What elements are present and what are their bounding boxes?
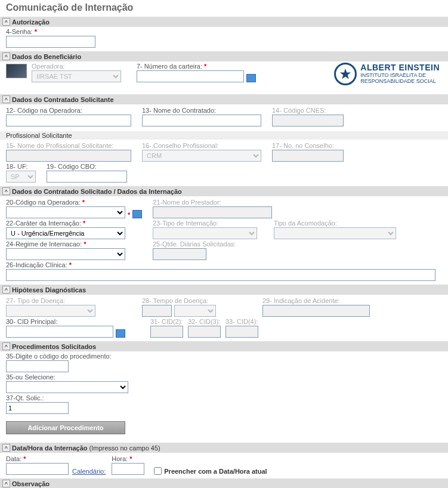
cnes-input (272, 115, 344, 126)
lookup-icon[interactable] (132, 210, 142, 218)
carater-select[interactable]: U - Urgência/Emergência (6, 227, 125, 239)
nome-cont-input[interactable] (142, 115, 261, 126)
preencher-checkbox[interactable] (154, 467, 162, 475)
section-hipoteses-header: ^ Hipóteses Diagnósticas (0, 285, 448, 295)
logo: ALBERT EINSTEIN INSTITUTO ISRAELITA DE R… (334, 63, 440, 85)
section-solicitante-header: ^ Dados do Contratado Solicitante (0, 94, 448, 104)
section-procedimentos-header: ^ Procedimentos Solicitados (0, 341, 448, 351)
codigo-op-input[interactable] (6, 115, 131, 126)
hora-label: Hora: * (112, 455, 144, 462)
collapse-icon[interactable]: ^ (2, 444, 10, 452)
cid4-label: 33- CID(4): (225, 318, 258, 325)
section-title: Autorização (12, 18, 50, 26)
uf-select: SP (6, 171, 36, 183)
conselho-select: CRM (142, 150, 261, 162)
tipo-doenca-label: 27- Tipo de Doença: (6, 297, 95, 304)
tipo-int-label: 23-Tipo de Internação: (153, 220, 257, 227)
digite-label: 35-Digite o código do procedimento: (6, 353, 442, 360)
diarias-label: 25-Qtde. Diárias Solicitadas: (153, 240, 236, 248)
qt-input[interactable] (6, 402, 69, 414)
collapse-icon[interactable]: ^ (2, 18, 10, 26)
tipo-acom-label: Tipo da Acomodação: (274, 220, 396, 227)
no-conselho-label: 17- No. no Conselho: (272, 142, 344, 149)
indic-acidente-input (262, 305, 370, 317)
section-title: Dados do Contratado Solicitado / Dados d… (12, 188, 182, 195)
cbo-input[interactable] (47, 171, 127, 183)
selecione-select[interactable] (6, 381, 128, 393)
tempo-doenca-label: 28- Tempo de Doença: (142, 297, 216, 304)
data-input[interactable] (6, 463, 69, 475)
lookup-icon[interactable] (116, 329, 125, 338)
carater-label: 22-Caráter da Internação: * (6, 220, 125, 227)
tipo-doenca-select (6, 305, 95, 317)
add-procedimento-button[interactable]: Adicionar Procedimento (6, 421, 125, 434)
carteira-input[interactable] (137, 70, 244, 82)
indicacao-input[interactable] (6, 269, 435, 281)
indicacao-label: 26-Indicação Clínica: * (6, 261, 442, 268)
qt-label: 37-Qt. Solic.: (6, 394, 442, 401)
senha-input[interactable] (6, 36, 95, 48)
logo-line3: RESPONSABILIDADE SOCIAL (360, 79, 440, 85)
collapse-icon[interactable]: ^ (2, 52, 10, 60)
section-title: Dados do Beneficiário (12, 53, 81, 60)
int-codigo-select[interactable] (6, 206, 125, 218)
nome-cont-label: 13- Nome do Contratado: (142, 107, 261, 114)
indic-acidente-label: 29- Indicação de Acidente: (262, 297, 370, 304)
section-title: Hipóteses Diagnósticas (12, 286, 86, 294)
lookup-icon[interactable] (246, 74, 256, 82)
section-internacao-header: ^ Dados do Contratado Solicitado / Dados… (0, 186, 448, 196)
preencher-label: Preencher com a Data/Hora atual (164, 468, 267, 475)
operadora-select: IIRSAE TST (32, 70, 121, 82)
cid2-label: 31- CID(2): (150, 318, 183, 325)
cid-principal-input[interactable] (6, 326, 113, 338)
section-title: Procedimentos Solicitados (12, 343, 96, 350)
prof-subheader: Profissional Solicitante (0, 131, 448, 140)
tempo-doenca-input (142, 305, 172, 317)
no-conselho-input (272, 150, 344, 162)
digite-input[interactable] (6, 360, 69, 372)
nome-prof-label: 15- Nome do Profissional Solicitante: (6, 142, 131, 149)
cid4-input (225, 326, 258, 338)
star-icon (334, 63, 357, 85)
collapse-icon[interactable]: ^ (2, 95, 10, 103)
senha-label: 4-Senha: * (6, 28, 442, 35)
uf-label: 18- UF: (6, 163, 36, 170)
nome-prest-input (153, 206, 272, 218)
cid2-input (150, 326, 183, 338)
section-title: Dados do Contratado Solicitante (12, 96, 114, 103)
section-observacao-header: ^ Observação (0, 478, 448, 488)
collapse-icon[interactable]: ^ (2, 286, 10, 294)
calendario-link[interactable]: Calendário: (72, 468, 106, 475)
diarias-input (153, 248, 206, 260)
section-beneficiario-header: ^ Dados do Beneficiário (0, 51, 448, 61)
tipo-acom-select (274, 227, 396, 239)
cnes-label: 14- Código CNES: (272, 107, 344, 114)
nome-prest-label: 21-Nome do Prestador: (153, 199, 272, 206)
conselho-label: 16- Conselho Profissional: (142, 142, 261, 149)
carteira-label: 7- Número da carteira: * (137, 63, 256, 70)
cid3-label: 32- CID(3): (188, 318, 221, 325)
data-label: Data: * (6, 455, 69, 462)
section-autorizacao-header: ^ Autorização (0, 17, 448, 27)
section-suffix: (Impresso no campo 45) (89, 444, 160, 452)
collapse-icon[interactable]: ^ (2, 342, 10, 350)
cid-principal-label: 30- CID Principal: (6, 318, 125, 325)
collapse-icon[interactable]: ^ (2, 480, 10, 487)
codigo-op-label: 12- Código na Operadora: (6, 107, 131, 114)
cbo-label: 19- Código CBO: (47, 163, 127, 170)
regime-select[interactable] (6, 248, 125, 260)
hora-input[interactable] (112, 463, 144, 475)
collapse-icon[interactable]: ^ (2, 187, 10, 195)
nome-prof-input (6, 150, 131, 162)
card-image (6, 64, 27, 78)
tipo-int-select (153, 227, 257, 239)
tempo-doenca-unit (174, 305, 216, 317)
cid3-input (188, 326, 221, 338)
section-title: Observação (12, 480, 50, 487)
int-codigo-label: 20-Código na Operadora: * (6, 199, 142, 206)
page-title: Comunicação de Internação (0, 0, 448, 17)
operadora-label: Operadora: (32, 63, 121, 70)
logo-name: ALBERT EINSTEIN (360, 63, 440, 72)
section-title: Data/Hora da Internação (12, 444, 88, 452)
section-datahora-header: ^ Data/Hora da Internação (Impresso no c… (0, 443, 448, 453)
